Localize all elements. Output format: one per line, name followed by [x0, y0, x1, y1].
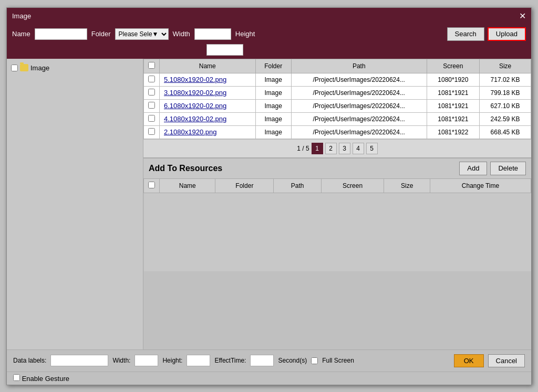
res-select-all[interactable] — [148, 182, 155, 188]
add-button[interactable]: Add — [459, 162, 487, 175]
folder-label: Folder — [91, 30, 111, 38]
height-input[interactable] — [206, 44, 243, 56]
row-size: 627.10 KB — [480, 99, 531, 112]
name-label: Name — [12, 30, 30, 38]
width-input[interactable] — [194, 28, 231, 40]
gesture-row: Enable Gesture — [7, 372, 531, 385]
select-all-checkbox[interactable] — [148, 62, 155, 69]
effect-time-label: EffectTime: — [214, 357, 246, 364]
table-row: 4.1080x1920-02.png Image /Project/UserIm… — [144, 112, 531, 125]
row-folder: Image — [255, 86, 291, 99]
full-screen-label: Full Screen — [322, 357, 354, 364]
res-header-size: Size — [384, 178, 430, 193]
page-info: 1 / 5 — [297, 145, 309, 152]
row-checkbox[interactable] — [148, 115, 155, 122]
header-name: Name — [160, 59, 256, 73]
page-btn-3[interactable]: 3 — [339, 143, 350, 154]
image-dialog: Image ✕ Name Folder Please Sele▼ Image V… — [6, 7, 532, 385]
table-row: 5.1080x1920-02.png Image /Project/UserIm… — [144, 73, 531, 86]
page-btn-5[interactable]: 5 — [366, 143, 378, 154]
content-wrapper: Name Folder Path Screen Size 5.1080x1920… — [143, 59, 531, 349]
table-row: 2.1080x1920.png Image /Project/UserImage… — [144, 125, 531, 139]
name-input[interactable] — [35, 28, 87, 40]
upload-button[interactable]: Upload — [488, 27, 526, 41]
row-folder: Image — [255, 99, 291, 112]
data-labels-label: Data labels: — [13, 357, 46, 364]
resources-header: Add To Resources Add Delete — [143, 158, 531, 178]
row-checkbox[interactable] — [148, 102, 155, 109]
res-header-screen: Screen — [321, 178, 384, 193]
enable-gesture-checkbox[interactable] — [13, 374, 20, 381]
full-screen-checkbox[interactable] — [311, 357, 318, 364]
pagination: 1 / 5 1 2 3 4 5 — [143, 139, 531, 157]
row-screen: 1081*1921 — [427, 86, 480, 99]
empty-row — [144, 193, 531, 271]
resources-table-body — [144, 193, 531, 271]
file-name-link[interactable]: 3.1080x1920-02.png — [164, 89, 226, 97]
row-screen: 1081*1922 — [427, 125, 480, 139]
res-header-name: Name — [160, 178, 215, 193]
data-table: Name Folder Path Screen Size 5.1080x1920… — [143, 59, 531, 139]
row-path: /Project/UserImages/20220624... — [291, 112, 427, 125]
cancel-button[interactable]: Cancel — [488, 354, 525, 367]
search-button[interactable]: Search — [447, 27, 484, 41]
header-size: Size — [480, 59, 531, 73]
dialog-title: Image — [12, 12, 31, 20]
page-btn-2[interactable]: 2 — [325, 143, 337, 154]
delete-button[interactable]: Delete — [490, 162, 526, 175]
toolbar: Name Folder Please Sele▼ Image Video Aud… — [7, 24, 531, 44]
resources-table: Name Folder Path Screen Size Change Time — [143, 178, 531, 272]
header-checkbox-cell — [144, 59, 160, 73]
main-content: Image Name Folder Path Screen Size — [7, 59, 531, 349]
seconds-label: Second(s) — [278, 357, 307, 364]
file-name-link[interactable]: 5.1080x1920-02.png — [164, 76, 226, 83]
enable-gesture-label: Enable Gesture — [22, 375, 69, 383]
ok-button[interactable]: OK — [454, 354, 484, 367]
res-header-path: Path — [274, 178, 322, 193]
title-bar: Image ✕ — [7, 8, 531, 24]
header-folder: Folder — [255, 59, 291, 73]
page-btn-4[interactable]: 4 — [353, 143, 364, 154]
row-path: /Project/UserImages/20220624... — [291, 73, 427, 86]
footer-height-input[interactable]: 480 — [187, 355, 210, 366]
sidebar-tree-item: Image — [11, 63, 139, 73]
row-checkbox[interactable] — [148, 76, 155, 82]
footer-width-input[interactable]: 800 — [134, 355, 158, 366]
row-size: 242.59 KB — [480, 112, 531, 125]
page-btn-1[interactable]: 1 — [312, 143, 323, 154]
row-screen: 1080*1920 — [427, 73, 480, 86]
data-labels-input[interactable] — [50, 355, 108, 366]
res-header-check — [144, 178, 160, 193]
row-size: 799.18 KB — [480, 86, 531, 99]
resources-title: Add To Resources — [149, 164, 222, 173]
close-icon[interactable]: ✕ — [519, 11, 526, 21]
footer-width-label: Width: — [112, 357, 130, 364]
sidebar: Image — [7, 59, 143, 349]
table-container: Name Folder Path Screen Size 5.1080x1920… — [143, 59, 531, 139]
table-row: 3.1080x1920-02.png Image /Project/UserIm… — [144, 86, 531, 99]
row-checkbox[interactable] — [148, 128, 155, 135]
file-name-link[interactable]: 6.1080x1920-02.png — [164, 102, 226, 110]
row-folder: Image — [255, 112, 291, 125]
row-checkbox[interactable] — [148, 89, 155, 96]
height-label: Height — [235, 30, 255, 38]
row-path: /Project/UserImages/20220624... — [291, 86, 427, 99]
footer-height-label: Height: — [162, 357, 182, 364]
table-row: 6.1080x1920-02.png Image /Project/UserIm… — [144, 99, 531, 112]
width-label: Width — [173, 30, 190, 38]
resources-buttons: Add Delete — [459, 162, 526, 175]
footer: Data labels: Width: 800 Height: 480 Effe… — [7, 349, 531, 372]
header-screen: Screen — [427, 59, 480, 73]
file-name-link[interactable]: 2.1080x1920.png — [164, 128, 216, 136]
row-path: /Project/UserImages/20220624... — [291, 125, 427, 139]
res-header-folder: Folder — [215, 178, 274, 193]
effect-time-input[interactable]: 0 — [250, 355, 274, 366]
folder-select[interactable]: Please Sele▼ Image Video Audio — [115, 28, 169, 40]
row-folder: Image — [255, 73, 291, 86]
file-name-link[interactable]: 4.1080x1920-02.png — [164, 115, 226, 123]
sidebar-item-label[interactable]: Image — [30, 64, 49, 72]
row-screen: 1081*1921 — [427, 112, 480, 125]
row-size: 717.02 KB — [480, 73, 531, 86]
sidebar-checkbox[interactable] — [11, 65, 18, 71]
row-size: 668.45 KB — [480, 125, 531, 139]
